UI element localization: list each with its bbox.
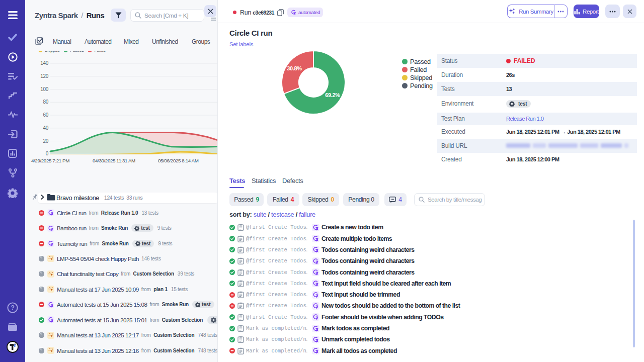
svg-text:30.8%: 30.8% <box>287 65 302 71</box>
svg-text:69.2%: 69.2% <box>325 92 340 98</box>
svg-text:?: ? <box>11 304 14 311</box>
